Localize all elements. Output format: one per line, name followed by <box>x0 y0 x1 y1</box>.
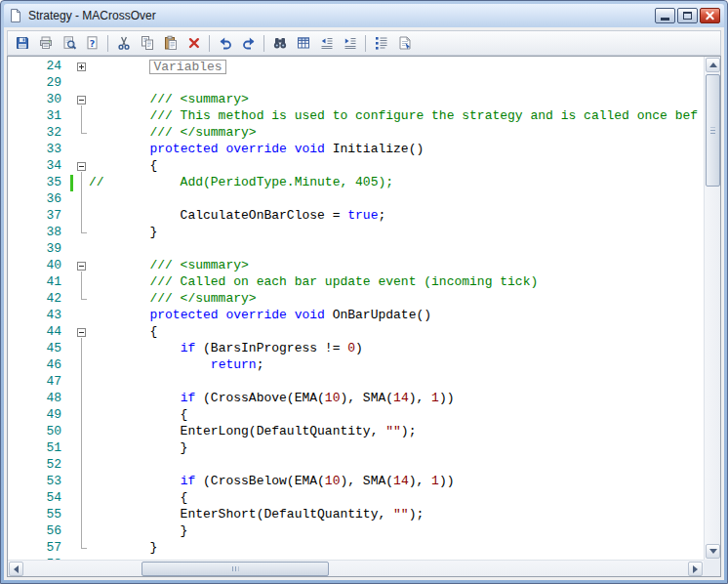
code-segment: /// This method is used to configure the… <box>89 108 698 123</box>
copy-button[interactable] <box>136 32 158 54</box>
toolbar: ? <box>7 30 721 56</box>
fold-margin <box>75 274 89 291</box>
code-text: { <box>89 158 157 175</box>
code-segment: "" <box>385 424 401 438</box>
code-segment: ); <box>409 507 425 521</box>
code-line[interactable]: 54 { <box>8 490 704 507</box>
line-number: 43 <box>8 308 70 324</box>
code-line[interactable]: 30 /// <summary> <box>8 92 704 108</box>
code-text: protected override void OnBarUpdate() <box>89 308 431 324</box>
code-segment: Initialize() <box>325 142 424 156</box>
code-text: EnterLong(DefaultQuantity, ""); <box>89 424 416 440</box>
code-line[interactable]: 52 <box>8 457 704 474</box>
close-button[interactable] <box>700 8 720 23</box>
minimize-icon <box>661 18 669 21</box>
scroll-down-button[interactable] <box>706 544 720 559</box>
code-line[interactable]: 45 if (BarsInProgress != 0) <box>8 341 704 357</box>
collapse-region-toggle[interactable] <box>77 162 86 171</box>
toolbar-separator <box>209 35 210 52</box>
indent-button[interactable] <box>339 32 361 54</box>
code-segment: // Add(PeriodType.Minute, 405); <box>89 175 393 189</box>
code-line[interactable]: 33 protected override void Initialize() <box>8 142 704 158</box>
code-line[interactable]: 44 { <box>8 324 704 341</box>
code-line[interactable]: 47 <box>8 374 704 391</box>
code-line[interactable]: 55 EnterShort(DefaultQuantity, ""); <box>8 507 704 523</box>
code-segment: } <box>89 440 187 455</box>
scroll-right-button[interactable] <box>688 562 703 576</box>
help-button[interactable]: ? <box>81 32 103 54</box>
code-line[interactable]: 35// Add(PeriodType.Minute, 405); <box>8 175 704 191</box>
code-line[interactable]: 32 /// </summary> <box>8 125 704 142</box>
collapsed-region-box[interactable]: Variables <box>149 60 225 74</box>
find-icon <box>272 35 288 51</box>
cut-button[interactable] <box>112 32 135 54</box>
minimize-button[interactable] <box>655 8 675 23</box>
code-line[interactable]: 53 if (CrossBelow(EMA(10), SMA(14), 1)) <box>8 474 704 490</box>
code-line[interactable]: 31 /// This method is used to configure … <box>8 108 704 125</box>
scroll-up-button[interactable] <box>706 58 720 72</box>
code-line[interactable]: 36 <box>8 191 704 208</box>
print-preview-button[interactable] <box>58 32 80 54</box>
code-viewport[interactable]: 24 Variables2930 /// <summary>31 /// Thi… <box>8 57 704 560</box>
find-button[interactable] <box>268 32 291 54</box>
code-line[interactable]: 38 } <box>8 225 704 241</box>
code-text: EnterShort(DefaultQuantity, ""); <box>89 507 424 523</box>
code-text: { <box>89 407 187 424</box>
outdent-icon <box>319 35 335 51</box>
collapse-region-toggle[interactable] <box>77 96 86 104</box>
code-line[interactable]: 51 } <box>8 440 704 457</box>
outdent-button[interactable] <box>315 32 338 54</box>
line-number: 44 <box>8 324 70 341</box>
maximize-button[interactable] <box>677 8 698 23</box>
code-segment: ), <box>409 391 431 405</box>
code-line[interactable]: 41 /// Called on each bar update event (… <box>8 274 704 291</box>
code-line[interactable]: 37 CalculateOnBarClose = true; <box>8 208 704 225</box>
code-line[interactable]: 42 /// </summary> <box>8 291 704 308</box>
code-line[interactable]: 46 return; <box>8 357 704 374</box>
code-line[interactable]: 34 { <box>8 158 704 175</box>
vertical-scroll-thumb[interactable] <box>706 74 720 187</box>
code-line[interactable]: 50 EnterLong(DefaultQuantity, ""); <box>8 424 704 440</box>
collapse-region-toggle[interactable] <box>77 328 86 337</box>
compile-button[interactable] <box>393 32 416 54</box>
code-line[interactable]: 24 Variables <box>8 59 704 75</box>
code-line[interactable]: 57 } <box>8 540 704 557</box>
code-line[interactable]: 43 protected override void OnBarUpdate() <box>8 308 704 324</box>
undo-button[interactable] <box>214 32 236 54</box>
code-line[interactable]: 48 if (CrossAbove(EMA(10), SMA(14), 1)) <box>8 391 704 407</box>
fold-margin <box>75 440 89 457</box>
collapse-region-toggle[interactable] <box>77 262 86 271</box>
delete-button[interactable] <box>182 32 205 54</box>
save-button[interactable] <box>11 32 33 54</box>
fold-margin <box>75 241 89 258</box>
code-segment: ; <box>378 208 385 223</box>
line-number: 57 <box>8 540 70 557</box>
code-segment: EnterShort(DefaultQuantity, <box>89 507 393 521</box>
code-text: /// </summary> <box>89 125 257 142</box>
code-line[interactable]: 49 { <box>8 407 704 424</box>
paste-button[interactable] <box>159 32 182 54</box>
code-line[interactable]: 29 <box>8 75 704 92</box>
code-editor[interactable]: 24 Variables2930 /// <summary>31 /// Thi… <box>7 56 721 577</box>
print-button[interactable] <box>34 32 57 54</box>
horizontal-scrollbar[interactable] <box>8 560 704 576</box>
vertical-scrollbar[interactable] <box>704 57 720 560</box>
code-segment: ), SMA( <box>340 391 393 405</box>
line-numbers-button[interactable] <box>370 32 392 54</box>
code-text: } <box>89 540 157 557</box>
goto-line-button[interactable] <box>292 32 314 54</box>
paste-icon <box>163 35 179 51</box>
code-text: { <box>89 490 187 507</box>
line-number: 42 <box>8 291 70 308</box>
code-line[interactable]: 40 /// <summary> <box>8 258 704 274</box>
horizontal-scroll-thumb[interactable] <box>142 562 329 576</box>
code-line[interactable]: 39 <box>8 241 704 258</box>
expand-region-toggle[interactable] <box>77 63 86 71</box>
code-segment: { <box>89 407 187 422</box>
line-number: 50 <box>8 424 70 440</box>
scroll-left-button[interactable] <box>9 562 23 576</box>
redo-button[interactable] <box>237 32 260 54</box>
copy-icon <box>140 35 155 51</box>
code-line[interactable]: 56 } <box>8 523 704 540</box>
titlebar[interactable]: Strategy - MACrossOver <box>4 4 724 27</box>
